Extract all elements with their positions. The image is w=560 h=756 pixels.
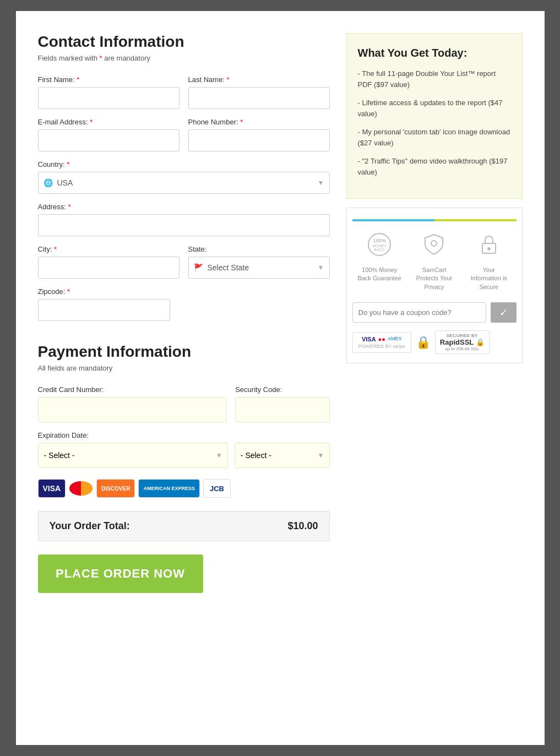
payment-section: Payment Information All fields are manda… xyxy=(38,343,330,593)
email-input[interactable] xyxy=(38,129,180,151)
left-column: Contact Information Fields marked with *… xyxy=(38,33,330,593)
stripe-powered-label: POWERED BY stripe xyxy=(358,344,405,349)
country-select[interactable]: USA Canada United Kingdom xyxy=(38,172,330,194)
place-order-button[interactable]: PLACE ORDER NOW xyxy=(38,554,203,593)
discover-logo: DISCOVER xyxy=(96,479,135,498)
what-you-get-title: What You Get Today: xyxy=(358,47,511,59)
trust-icons: 100% MONEY BACK 100% Money Back Guarante… xyxy=(352,232,516,291)
mastercard-logo: MC xyxy=(69,481,93,496)
jcb-logo: JCB xyxy=(203,479,231,498)
privacy-shield-icon xyxy=(422,232,446,262)
ssl-secured-label: SECURED BY xyxy=(447,333,478,338)
privacy-label: SamCart Protects Your Privacy xyxy=(412,266,456,291)
what-you-get-item-1: - The full 11-page Double Your List™ rep… xyxy=(358,68,511,90)
money-back-label: 100% Money Back Guarantee xyxy=(357,266,401,283)
phone-input[interactable] xyxy=(188,129,330,151)
main-layout: Contact Information Fields marked with *… xyxy=(38,33,523,593)
coupon-input[interactable] xyxy=(352,302,486,323)
trust-section: 100% MONEY BACK 100% Money Back Guarante… xyxy=(346,208,523,363)
city-wrapper: 🏢 xyxy=(38,257,180,279)
city-group: City: * 🏢 xyxy=(38,245,180,279)
svg-point-6 xyxy=(487,247,491,251)
expiry-year-wrapper: - Select - 2024 2025 2026 2027 2028 ▼ xyxy=(235,443,330,468)
secure-lock-icon xyxy=(477,232,501,262)
email-wrapper: ✉ xyxy=(38,129,180,151)
card-logos: VISA MC DISCOVER AMERICAN EXPRESS JCB xyxy=(38,479,330,498)
cc-number-wrapper xyxy=(38,397,227,422)
address-wrapper: 📍 xyxy=(38,214,330,236)
trust-item-privacy: SamCart Protects Your Privacy xyxy=(412,232,456,291)
trust-item-secure: Your Information is Secure xyxy=(467,232,511,291)
svg-text:BACK: BACK xyxy=(374,248,385,252)
state-select[interactable]: Select State Alabama Alaska California N… xyxy=(188,257,330,279)
first-name-label: First Name: * xyxy=(38,75,180,84)
coupon-submit-button[interactable]: ✓ xyxy=(491,302,516,323)
expiry-row: Expiration Date: - Select - January (01)… xyxy=(38,431,330,468)
zip-group: Zipcode: * 👤 xyxy=(38,287,170,321)
security-code-label: Security Code: xyxy=(235,385,329,394)
contact-title: Contact Information xyxy=(38,33,330,51)
cc-number-input[interactable] xyxy=(38,397,227,422)
expiry-year-select[interactable]: - Select - 2024 2025 2026 2027 2028 xyxy=(235,443,330,468)
address-input[interactable] xyxy=(38,214,330,236)
secure-label: Your Information is Secure xyxy=(467,266,511,291)
what-you-get-item-2: - Lifetime access & updates to the repor… xyxy=(358,97,511,119)
order-total-value: $10.00 xyxy=(287,520,318,532)
last-name-group: Last Name: * 👤 xyxy=(188,75,330,109)
address-label: Address: * xyxy=(38,203,330,211)
trust-bar xyxy=(352,219,516,221)
visa-stripe-icon: VISA xyxy=(362,336,376,342)
trust-item-money-back: 100% MONEY BACK 100% Money Back Guarante… xyxy=(357,232,401,283)
state-group: State: 🚩 Select State Alabama Alaska Cal… xyxy=(188,245,330,279)
zip-input[interactable] xyxy=(38,299,170,321)
stripe-card-icons: VISA ●● AMEX xyxy=(362,336,402,342)
last-name-wrapper: 👤 xyxy=(188,87,330,109)
city-input[interactable] xyxy=(38,257,180,279)
coupon-row: ✓ xyxy=(352,302,516,323)
country-label: Country: * xyxy=(38,160,330,168)
zip-label: Zipcode: * xyxy=(38,287,170,296)
first-name-wrapper: 👤 xyxy=(38,87,180,109)
city-label: City: * xyxy=(38,245,180,253)
last-name-input[interactable] xyxy=(188,87,330,109)
country-group: Country: * 🌐 USA Canada United Kingdom ▼ xyxy=(38,160,330,194)
expiry-month-select[interactable]: - Select - January (01) February (02) Ma… xyxy=(38,443,228,468)
zip-wrapper: 👤 xyxy=(38,299,170,321)
first-name-input[interactable] xyxy=(38,87,180,109)
payment-badges: VISA ●● AMEX POWERED BY stripe 🔒 SECURED… xyxy=(352,330,516,354)
address-row: Address: * 📍 xyxy=(38,203,330,236)
security-code-group: Security Code: xyxy=(235,385,329,422)
first-name-group: First Name: * 👤 xyxy=(38,75,180,109)
cc-number-label: Credit Card Number: xyxy=(38,385,227,394)
cc-number-group: Credit Card Number: xyxy=(38,385,227,422)
contact-subtitle: Fields marked with * are mandatory xyxy=(38,54,330,62)
last-name-label: Last Name: * xyxy=(188,75,330,84)
amex-logo: AMERICAN EXPRESS xyxy=(138,479,200,498)
address-group: Address: * 📍 xyxy=(38,203,330,236)
email-group: E-mail Address: * ✉ xyxy=(38,118,180,151)
expiry-selects: - Select - January (01) February (02) Ma… xyxy=(38,443,330,468)
payment-title: Payment Information xyxy=(38,343,330,361)
phone-group: Phone Number: * 📞 xyxy=(188,118,330,151)
email-phone-row: E-mail Address: * ✉ Phone Number: * 📞 xyxy=(38,118,330,151)
name-row: First Name: * 👤 Last Name: * 👤 xyxy=(38,75,330,109)
payment-subtitle: All fields are mandatory xyxy=(38,364,330,372)
svg-text:100%: 100% xyxy=(373,238,386,243)
what-you-get-box: What You Get Today: - The full 11-page D… xyxy=(346,33,523,199)
order-total: Your Order Total: $10.00 xyxy=(38,511,330,541)
payment-lock-icon: 🔒 xyxy=(416,335,431,350)
email-label: E-mail Address: * xyxy=(38,118,180,126)
right-column: What You Get Today: - The full 11-page D… xyxy=(346,33,523,593)
expiry-label: Expiration Date: xyxy=(38,431,330,439)
page-wrapper: Contact Information Fields marked with *… xyxy=(16,11,545,745)
state-wrapper: 🚩 Select State Alabama Alaska California… xyxy=(188,257,330,279)
ssl-brand-label: RapidSSL 🔒 xyxy=(440,338,485,346)
phone-wrapper: 📞 xyxy=(188,129,330,151)
what-you-get-item-3: - My personal 'custom tab' icon image do… xyxy=(358,127,511,148)
stripe-badge: VISA ●● AMEX POWERED BY stripe xyxy=(352,332,411,353)
visa-logo: VISA xyxy=(38,479,66,498)
country-wrapper: 🌐 USA Canada United Kingdom ▼ xyxy=(38,172,330,194)
security-code-input[interactable] xyxy=(235,397,329,422)
ssl-desc-label: up to 256-bit SSL xyxy=(445,346,479,351)
money-back-icon: 100% MONEY BACK xyxy=(367,232,392,262)
